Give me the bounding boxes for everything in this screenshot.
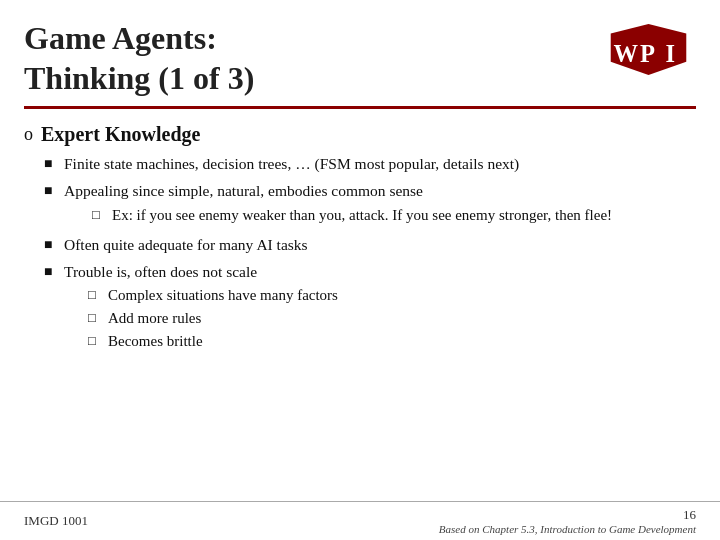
sub-bullet-text: Add more rules — [108, 308, 201, 328]
slide: Game Agents: Thinking (1 of 3) W P I o E — [0, 0, 720, 540]
list-item: □ Complex situations have many factors — [88, 285, 696, 305]
title-line1: Game Agents: — [24, 20, 217, 56]
sub-bullet-icon: □ — [88, 332, 104, 350]
footer-course: IMGD 1001 — [24, 513, 88, 529]
list-item: ■ Appealing since simple, natural, embod… — [44, 181, 696, 229]
bullet-icon: ■ — [44, 263, 58, 282]
sub-bullet-icon: □ — [88, 286, 104, 304]
sub-bullet-text: Becomes brittle — [108, 331, 203, 351]
title-text: Game Agents: Thinking (1 of 3) — [24, 18, 606, 98]
svg-text:W: W — [614, 40, 639, 67]
list-item: □ Becomes brittle — [88, 331, 696, 351]
sub-list: □ Ex: if you see enemy weaker than you, … — [64, 205, 696, 225]
sub-bullet-text: Ex: if you see enemy weaker than you, at… — [112, 205, 612, 225]
logo-block: W P I — [606, 18, 696, 77]
list-item: ■ Trouble is, often does not scale □ Com… — [44, 262, 696, 355]
footer-right: 16 Based on Chapter 5.3, Introduction to… — [439, 507, 696, 535]
title-line2: Thinking (1 of 3) — [24, 60, 254, 96]
footer-citation: Based on Chapter 5.3, Introduction to Ga… — [439, 523, 696, 535]
section-heading-text: Expert Knowledge — [41, 123, 200, 146]
list-item: ■ Finite state machines, decision trees,… — [44, 154, 696, 175]
section-heading: o Expert Knowledge — [24, 123, 696, 146]
main-content: o Expert Knowledge ■ Finite state machin… — [0, 119, 720, 501]
bullet-icon: ■ — [44, 182, 58, 201]
list-item: □ Add more rules — [88, 308, 696, 328]
bullet-text: Trouble is, often does not scale □ Compl… — [64, 262, 696, 355]
sub-bullet-icon: □ — [92, 206, 108, 224]
svg-text:I: I — [666, 40, 676, 67]
bullet-text: Finite state machines, decision trees, …… — [64, 154, 696, 175]
svg-text:P: P — [640, 40, 655, 67]
bullet-text: Appealing since simple, natural, embodie… — [64, 181, 696, 229]
bullet-icon: ■ — [44, 155, 58, 174]
bullet-list: ■ Finite state machines, decision trees,… — [24, 154, 696, 355]
header: Game Agents: Thinking (1 of 3) W P I — [0, 0, 720, 106]
red-divider — [24, 106, 696, 109]
sub-bullet-text: Complex situations have many factors — [108, 285, 338, 305]
list-item: □ Ex: if you see enemy weaker than you, … — [92, 205, 696, 225]
footer: IMGD 1001 16 Based on Chapter 5.3, Intro… — [0, 501, 720, 540]
heading-icon: o — [24, 124, 33, 145]
footer-page-number: 16 — [683, 507, 696, 523]
bullet-text: Often quite adequate for many AI tasks — [64, 235, 696, 256]
wpi-logo-icon: W P I — [606, 22, 691, 77]
list-item: ■ Often quite adequate for many AI tasks — [44, 235, 696, 256]
sub-sub-list: □ Complex situations have many factors □… — [64, 285, 696, 352]
bullet-icon: ■ — [44, 236, 58, 255]
sub-bullet-icon: □ — [88, 309, 104, 327]
title-block: Game Agents: Thinking (1 of 3) — [24, 18, 606, 98]
